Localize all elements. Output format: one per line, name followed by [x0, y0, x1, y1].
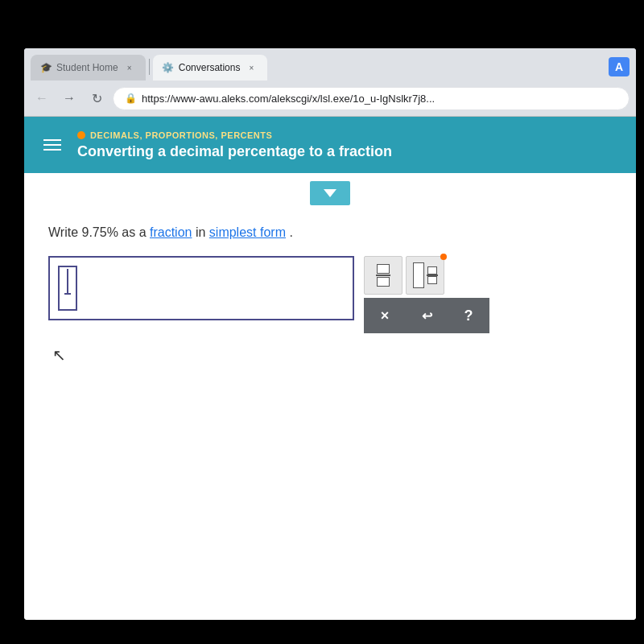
aleks-header: DECIMALS, PROPORTIONS, PERCENTS Converti…	[24, 117, 636, 173]
hamburger-menu[interactable]	[40, 136, 64, 154]
conversations-tab-label: Conversations	[179, 62, 241, 73]
student-home-tab-icon: 🎓	[40, 62, 52, 73]
dropdown-area	[24, 181, 636, 205]
conversations-tab-icon: ⚙️	[163, 62, 174, 73]
frac-small-bottom	[427, 276, 437, 284]
in-text: in	[196, 225, 205, 239]
back-button[interactable]: ←	[31, 87, 53, 109]
hamburger-line-1	[43, 139, 61, 141]
refresh-button[interactable]: ↻	[85, 87, 108, 109]
text-cursor	[67, 269, 68, 293]
header-title: Converting a decimal percentage to a fra…	[77, 143, 392, 160]
action-buttons-row: × ↩ ?	[364, 298, 489, 333]
mixed-fraction-button[interactable]	[406, 256, 444, 295]
undo-button[interactable]: ↩	[406, 298, 448, 333]
header-category: DECIMALS, PROPORTIONS, PERCENTS	[77, 130, 392, 140]
mixed-number-box	[413, 262, 424, 288]
hamburger-line-3	[43, 149, 61, 151]
fraction-numerator	[64, 269, 71, 295]
frac-bottom	[377, 277, 390, 287]
period-text: .	[289, 225, 292, 239]
url-text: https://www-awu.aleks.com/alekscgi/x/lsl…	[142, 93, 435, 105]
cursor-pointer: ↖	[52, 345, 612, 365]
tab-student-home[interactable]: 🎓 Student Home ×	[31, 55, 146, 80]
simple-fraction-button[interactable]	[364, 256, 402, 295]
fraction-input-cursor	[58, 266, 77, 311]
browser-window: 🎓 Student Home × ⚙️ Conversations × A ← …	[24, 48, 636, 620]
tab-conversations[interactable]: ⚙️ Conversations ×	[153, 55, 268, 80]
dropdown-button[interactable]	[310, 181, 350, 205]
answer-input-box[interactable]	[48, 256, 354, 320]
fraction-button-row	[364, 256, 489, 295]
help-button[interactable]: ?	[448, 298, 489, 333]
lock-icon: 🔒	[125, 93, 137, 104]
orange-indicator-dot	[440, 254, 447, 260]
page-content: DECIMALS, PROPORTIONS, PERCENTS Converti…	[24, 117, 636, 620]
frac-line	[376, 275, 390, 276]
url-bar[interactable]: 🔒 https://www-awu.aleks.com/alekscgi/x/l…	[113, 87, 630, 110]
question-area: Write 9.75% as a fraction in simplest fo…	[24, 209, 636, 381]
mixed-fraction-icon	[413, 262, 438, 288]
tab-bar: 🎓 Student Home × ⚙️ Conversations × A	[24, 48, 636, 80]
close-student-home-tab[interactable]: ×	[123, 61, 136, 74]
fraction-link[interactable]: fraction	[150, 225, 192, 239]
frac-small-top	[427, 266, 437, 275]
hamburger-line-2	[43, 144, 61, 146]
clear-button[interactable]: ×	[364, 298, 406, 333]
answer-section: × ↩ ?	[48, 256, 612, 333]
category-label: DECIMALS, PROPORTIONS, PERCENTS	[90, 130, 272, 140]
student-home-tab-label: Student Home	[56, 62, 118, 73]
dropdown-arrow-icon	[324, 189, 336, 197]
frac-top	[377, 264, 390, 274]
simplest-form-link[interactable]: simplest form	[209, 225, 286, 239]
tab-separator	[149, 59, 150, 75]
forward-button[interactable]: →	[58, 87, 80, 109]
math-buttons: × ↩ ?	[364, 256, 489, 333]
close-conversations-tab[interactable]: ×	[245, 61, 258, 74]
a-button[interactable]: A	[609, 57, 630, 76]
orange-dot	[77, 131, 85, 139]
question-prefix: Write 9.75% as a	[48, 225, 147, 239]
header-text: DECIMALS, PROPORTIONS, PERCENTS Converti…	[77, 130, 392, 160]
browser-chrome: 🎓 Student Home × ⚙️ Conversations × A ← …	[24, 48, 636, 117]
fraction-symbol-icon	[376, 264, 390, 287]
small-fraction-icon	[427, 266, 438, 284]
address-bar: ← → ↻ 🔒 https://www-awu.aleks.com/aleksc…	[24, 80, 636, 116]
question-text: Write 9.75% as a fraction in simplest fo…	[48, 225, 612, 240]
